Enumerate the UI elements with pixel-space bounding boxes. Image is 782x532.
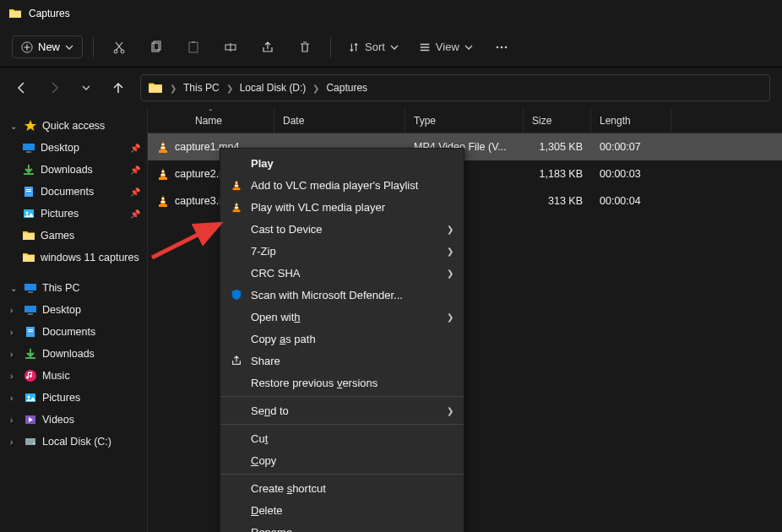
sidebar-item-pictures[interactable]: Pictures📌 <box>0 203 147 225</box>
forward-button[interactable] <box>44 78 64 98</box>
sidebar-item-games[interactable]: Games <box>0 225 147 247</box>
chevron-right-icon: › <box>10 415 19 425</box>
downloads-icon <box>22 163 35 176</box>
cm-crc-sha[interactable]: CRC SHA❯ <box>220 262 464 284</box>
chevron-right-icon: › <box>10 437 19 447</box>
cm-share[interactable]: Share <box>220 350 464 372</box>
documents-icon <box>24 325 37 339</box>
crumb-folder[interactable]: Captures <box>323 80 371 95</box>
svg-rect-20 <box>28 291 33 293</box>
sort-dropdown[interactable]: Sort <box>341 36 405 57</box>
cm-play[interactable]: Play <box>220 152 464 174</box>
svg-rect-5 <box>189 42 198 52</box>
chevron-right-icon: ❯ <box>447 406 453 415</box>
cm-open-with[interactable]: Open with❯ <box>220 306 464 328</box>
svg-rect-26 <box>25 357 35 359</box>
pictures-icon <box>24 391 37 404</box>
sidebar-item-label: Desktop <box>42 304 140 316</box>
cm-cast-to-device[interactable]: Cast to Device❯ <box>220 218 464 240</box>
chevron-right-icon: › <box>10 394 19 403</box>
new-button[interactable]: New <box>12 35 83 58</box>
sidebar-item-music[interactable]: ›Music <box>0 365 147 387</box>
copy-button[interactable] <box>141 32 171 62</box>
cm-restore-versions[interactable]: Restore previous versions <box>220 372 464 394</box>
cm-send-to[interactable]: Send to❯ <box>220 399 464 421</box>
more-button[interactable] <box>486 32 517 62</box>
sidebar-item-label: Pictures <box>41 208 125 220</box>
svg-rect-24 <box>28 329 33 330</box>
chevron-right-icon: ❯ <box>447 312 453 322</box>
cm-cut[interactable]: Cut <box>220 427 464 449</box>
svg-rect-38 <box>161 174 166 176</box>
rename-button[interactable] <box>215 32 246 62</box>
desktop-icon <box>24 303 37 317</box>
svg-point-29 <box>28 396 30 399</box>
svg-rect-36 <box>159 177 167 180</box>
cm-create-shortcut[interactable]: Create shortcut <box>220 477 464 499</box>
svg-rect-12 <box>26 151 31 153</box>
cm-delete[interactable]: Delete <box>220 499 464 521</box>
sidebar-item-downloads[interactable]: Downloads📌 <box>0 159 147 181</box>
view-dropdown[interactable]: View <box>412 36 480 57</box>
cm-scan-defender[interactable]: Scan with Microsoft Defender... <box>220 284 464 306</box>
svg-rect-19 <box>24 284 36 290</box>
chevron-right-icon: ❯ <box>226 84 233 93</box>
recent-button[interactable] <box>76 78 96 98</box>
sidebar-item-desktop[interactable]: ›Desktop <box>0 299 147 321</box>
crumb-disk[interactable]: Local Disk (D:) <box>236 80 310 95</box>
sidebar-item-label: Documents <box>41 186 125 198</box>
chevron-down-icon <box>464 43 473 52</box>
title-bar: Captures <box>0 0 782 27</box>
cm-add-to-playlist[interactable]: Add to VLC media player's Playlist <box>220 174 464 196</box>
svg-rect-44 <box>235 185 238 187</box>
sidebar-item-local-disk-c-[interactable]: ›Local Disk (C:) <box>0 431 147 453</box>
svg-rect-39 <box>159 204 167 207</box>
cut-button[interactable] <box>104 32 134 62</box>
file-length-cell: 00:00:07 <box>591 141 671 153</box>
cm-play-with-vlc[interactable]: Play with VLC media player <box>220 196 464 218</box>
cm-copy-as-path[interactable]: Copy as path <box>220 328 464 350</box>
crumb-this-pc[interactable]: This PC <box>180 80 223 95</box>
column-date[interactable]: Date <box>274 108 405 133</box>
chevron-right-icon: › <box>10 306 19 315</box>
paste-button[interactable] <box>178 32 209 62</box>
cm-7zip[interactable]: 7-Zip❯ <box>220 240 464 262</box>
column-size[interactable]: Size <box>524 108 591 133</box>
sidebar-item-label: Quick access <box>42 120 140 132</box>
column-name[interactable]: Name ⌃ <box>148 108 274 133</box>
sidebar-item-label: Downloads <box>41 164 125 176</box>
sidebar-item-label: Desktop <box>41 142 125 154</box>
sidebar-item-videos[interactable]: ›Videos <box>0 409 147 431</box>
view-label: View <box>436 41 459 53</box>
separator <box>220 474 464 475</box>
svg-rect-22 <box>28 313 33 315</box>
column-type[interactable]: Type <box>405 108 524 133</box>
sidebar-item-label: Music <box>42 370 140 382</box>
sidebar-item-quick-access[interactable]: ⌄ Quick access <box>0 115 147 137</box>
back-button[interactable] <box>12 78 32 98</box>
sidebar-item-this-pc[interactable]: ⌄ This PC <box>0 277 147 299</box>
breadcrumb[interactable]: ❯ This PC ❯ Local Disk (D:) ❯ Captures <box>140 74 770 101</box>
svg-rect-11 <box>23 144 35 150</box>
pin-icon: 📌 <box>130 144 140 153</box>
sidebar-item-label: Documents <box>42 326 140 338</box>
cm-copy[interactable]: Copy <box>220 449 464 471</box>
separator <box>93 37 94 57</box>
sidebar-item-desktop[interactable]: Desktop📌 <box>0 137 147 159</box>
sidebar-item-documents[interactable]: ›Documents <box>0 321 147 343</box>
column-length[interactable]: Length <box>591 108 671 133</box>
cm-rename[interactable]: Rename <box>220 521 464 532</box>
videos-icon <box>24 413 37 426</box>
sort-icon <box>348 41 360 53</box>
sidebar-item-label: Pictures <box>42 392 140 404</box>
share-button[interactable] <box>253 32 283 62</box>
sidebar-item-windows-11-captures[interactable]: windows 11 captures <box>0 247 147 269</box>
delete-button[interactable] <box>290 32 320 62</box>
sidebar-item-downloads[interactable]: ›Downloads <box>0 343 147 365</box>
chevron-right-icon: ❯ <box>312 84 319 93</box>
sort-indicator-icon: ⌃ <box>208 108 214 116</box>
sidebar-item-pictures[interactable]: ›Pictures <box>0 387 147 409</box>
sidebar-item-label: Videos <box>42 414 140 426</box>
up-button[interactable] <box>108 78 128 98</box>
sidebar-item-documents[interactable]: Documents📌 <box>0 181 147 203</box>
